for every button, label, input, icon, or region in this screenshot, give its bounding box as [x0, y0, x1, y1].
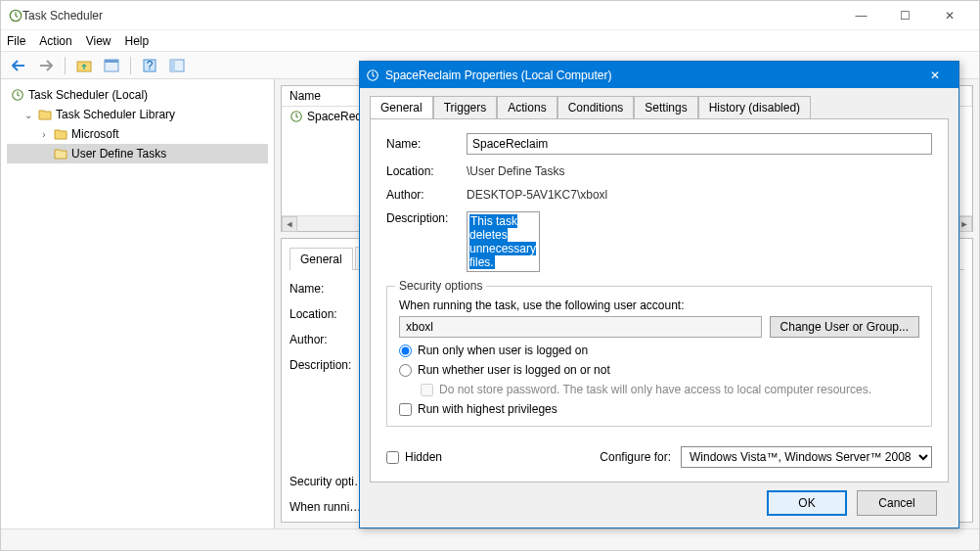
expander-spacer	[38, 149, 50, 160]
dialog-close-button[interactable]: ✕	[917, 63, 953, 88]
label-author: Author:	[290, 333, 368, 346]
tree-pane: Task Scheduler (Local) ⌄ Task Scheduler …	[1, 79, 275, 528]
tree-library-label: Task Scheduler Library	[56, 108, 175, 121]
dialog-tabs: General Triggers Actions Conditions Sett…	[370, 96, 949, 118]
dialog-titlebar[interactable]: SpaceReclaim Properties (Local Computer)…	[360, 62, 958, 88]
cancel-button[interactable]: Cancel	[857, 490, 937, 516]
when-running-label: When running the task, use the following…	[399, 298, 919, 312]
statusbar	[1, 528, 979, 550]
dlg-tab-settings[interactable]: Settings	[634, 96, 697, 118]
do-not-store-check: Do not store password. The task will onl…	[421, 383, 919, 396]
svg-rect-7	[170, 60, 175, 71]
run-whether-label: Run whether user is logged on or not	[418, 363, 610, 377]
dialog-title: SpaceReclaim Properties (Local Computer)	[385, 69, 917, 82]
tree-library[interactable]: ⌄ Task Scheduler Library	[7, 105, 268, 124]
folder-open-icon	[54, 147, 67, 161]
account-display: xboxl	[399, 316, 762, 338]
tree-user-tasks[interactable]: User Define Tasks	[7, 144, 268, 163]
menu-file[interactable]: File	[7, 34, 25, 48]
svg-rect-3	[105, 60, 118, 63]
task-icon	[290, 110, 303, 123]
minimize-button[interactable]: —	[839, 2, 883, 29]
run-logged-on-radio[interactable]: Run only when user is logged on	[399, 344, 919, 357]
dlg-author-value: DESKTOP-5AV1KC7\xboxl	[467, 188, 932, 202]
dlg-tab-actions[interactable]: Actions	[497, 96, 557, 118]
ok-button[interactable]: OK	[767, 490, 847, 516]
dlg-general-panel: Name: Location: \User Define Tasks Autho…	[370, 118, 949, 482]
tree-root-label: Task Scheduler (Local)	[28, 88, 148, 102]
run-logged-on-label: Run only when user is logged on	[418, 344, 588, 357]
dialog-icon	[366, 69, 379, 82]
run-whether-radio[interactable]: Run whether user is logged on or not	[399, 363, 919, 377]
folder-icon	[54, 127, 67, 141]
label-description: Description:	[290, 358, 368, 372]
configure-for-select[interactable]: Windows Vista™, Windows Server™ 2008	[681, 446, 932, 468]
highest-privileges-check[interactable]: Run with highest privileges	[399, 402, 919, 416]
dlg-location-label: Location:	[386, 164, 455, 178]
scroll-left-icon[interactable]: ◄	[282, 216, 297, 232]
do-not-store-label: Do not store password. The task will onl…	[439, 383, 871, 396]
dlg-location-value: \User Define Tasks	[467, 164, 932, 178]
do-not-store-input	[421, 384, 433, 396]
configure-for-label: Configure for:	[600, 450, 671, 464]
label-security-options: Security opti…	[290, 475, 366, 488]
back-button[interactable]	[7, 55, 30, 76]
dlg-tab-history[interactable]: History (disabled)	[698, 96, 811, 118]
help-icon[interactable]: ?	[138, 55, 161, 76]
menu-help[interactable]: Help	[125, 34, 150, 48]
dlg-description-label: Description:	[386, 211, 455, 225]
close-button[interactable]: ✕	[927, 2, 971, 29]
properties-icon[interactable]	[100, 55, 123, 76]
tree-microsoft-label: Microsoft	[71, 127, 119, 141]
dlg-tab-conditions[interactable]: Conditions	[557, 96, 635, 118]
run-logged-on-input[interactable]	[399, 344, 412, 357]
hidden-check[interactable]: Hidden	[386, 450, 442, 464]
properties-dialog: SpaceReclaim Properties (Local Computer)…	[359, 61, 959, 528]
security-options-group: Security options When running the task, …	[386, 286, 932, 427]
folder-icon	[38, 108, 52, 121]
label-location: Location:	[290, 307, 368, 321]
titlebar: Task Scheduler — ☐ ✕	[1, 1, 979, 30]
expander-icon[interactable]: ⌄	[22, 110, 34, 120]
dlg-name-input[interactable]	[467, 133, 932, 155]
hidden-input[interactable]	[386, 451, 399, 464]
menubar: File Action View Help	[1, 30, 979, 52]
svg-text:?: ?	[147, 59, 154, 72]
highest-privileges-label: Run with highest privileges	[418, 402, 557, 416]
forward-button[interactable]	[34, 55, 58, 76]
folder-up-icon[interactable]	[72, 55, 96, 76]
run-whether-input[interactable]	[399, 364, 412, 377]
maximize-button[interactable]: ☐	[883, 2, 927, 29]
clock-icon	[11, 88, 24, 102]
security-legend: Security options	[395, 279, 486, 293]
dlg-name-label: Name:	[386, 137, 455, 151]
tab-general[interactable]: General	[290, 248, 353, 270]
dlg-tab-general[interactable]: General	[370, 96, 433, 118]
dlg-description-textarea[interactable]: This task deletes unnecessary files.	[467, 211, 540, 272]
window-title: Task Scheduler	[22, 9, 839, 23]
menu-view[interactable]: View	[86, 34, 111, 48]
change-user-button[interactable]: Change User or Group...	[770, 316, 919, 338]
dlg-author-label: Author:	[386, 188, 455, 202]
highest-privileges-input[interactable]	[399, 403, 412, 416]
tree-microsoft[interactable]: › Microsoft	[7, 124, 268, 144]
expander-icon[interactable]: ›	[38, 129, 50, 140]
panel-toggle-icon[interactable]	[165, 55, 189, 76]
tree-root[interactable]: Task Scheduler (Local)	[7, 85, 268, 105]
label-when-running: When runni…	[290, 500, 361, 514]
label-name: Name:	[290, 282, 368, 296]
menu-action[interactable]: Action	[39, 34, 71, 48]
hidden-label: Hidden	[405, 450, 442, 464]
dlg-tab-triggers[interactable]: Triggers	[433, 96, 498, 118]
task-scheduler-icon	[9, 9, 22, 23]
tree-user-tasks-label: User Define Tasks	[71, 147, 166, 161]
dlg-description-text: This task deletes unnecessary files.	[469, 214, 536, 269]
